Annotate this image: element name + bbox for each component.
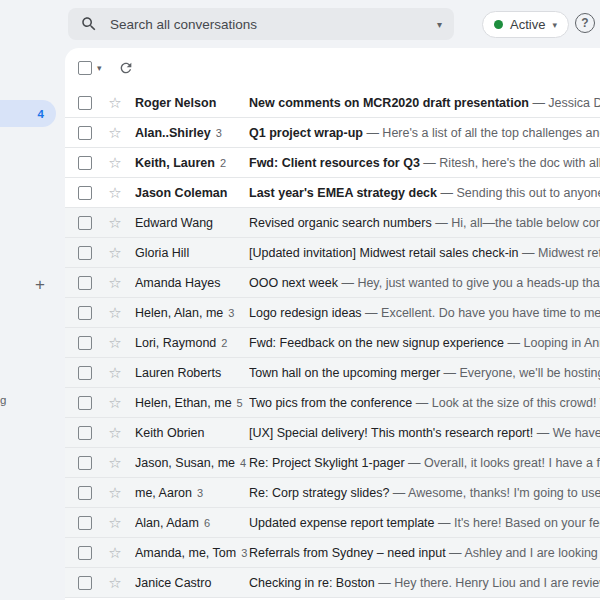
subject-label: Re: Corp strategy slides? xyxy=(249,486,389,500)
email-row[interactable]: ☆ Janice Castro Checking in re: Boston —… xyxy=(65,568,600,598)
subject-snippet-cell: Fwd: Feedback on the new signup experien… xyxy=(249,336,600,350)
row-checkbox[interactable] xyxy=(78,246,92,260)
email-row[interactable]: ☆ Lori, Raymond 2 Fwd: Feedback on the n… xyxy=(65,328,600,358)
sender-label: Janice Castro xyxy=(135,576,211,590)
email-row[interactable]: ☆ Amanda, me, Tom 3 Referrals from Sydne… xyxy=(65,538,600,568)
email-row[interactable]: ☆ Jason Coleman Last year's EMEA strateg… xyxy=(65,178,600,208)
plus-icon: + xyxy=(35,275,45,295)
subject-label: Re: Project Skylight 1-pager xyxy=(249,456,405,470)
star-icon[interactable]: ☆ xyxy=(106,305,124,320)
star-icon[interactable]: ☆ xyxy=(106,275,124,290)
email-row[interactable]: ☆ Edward Wang Revised organic search num… xyxy=(65,208,600,238)
row-checkbox[interactable] xyxy=(78,306,92,320)
sender-cell: Edward Wang xyxy=(135,216,249,230)
search-bar[interactable]: Search all conversations ▾ xyxy=(68,8,454,40)
snippet-label: — Looping in Annika. The f xyxy=(504,336,600,350)
subject-snippet-cell: Updated expense report template — It's h… xyxy=(249,516,600,530)
star-icon[interactable]: ☆ xyxy=(106,155,124,170)
row-checkbox[interactable] xyxy=(78,486,92,500)
search-input[interactable]: Search all conversations xyxy=(110,17,257,32)
email-row[interactable]: ☆ Roger Nelson New comments on MCR2020 d… xyxy=(65,88,600,118)
sidebar-item-inbox[interactable]: 4 xyxy=(0,100,56,127)
email-row[interactable]: ☆ Alan, Adam 6 Updated expense report te… xyxy=(65,508,600,538)
star-icon[interactable]: ☆ xyxy=(106,335,124,350)
status-chip[interactable]: Active ▾ xyxy=(482,11,569,38)
star-icon[interactable]: ☆ xyxy=(106,425,124,440)
row-checkbox[interactable] xyxy=(78,126,92,140)
inbox-unread-count: 4 xyxy=(38,108,44,120)
email-row[interactable]: ☆ Gloria Hill [Updated invitation] Midwe… xyxy=(65,238,600,268)
star-icon[interactable]: ☆ xyxy=(106,95,124,110)
subject-snippet-cell: Two pics from the conference — Look at t… xyxy=(249,396,600,410)
row-checkbox[interactable] xyxy=(78,456,92,470)
row-checkbox[interactable] xyxy=(78,426,92,440)
sender-label: Alan..Shirley xyxy=(135,126,211,140)
snippet-label: — It's here! Based on your feedback, w xyxy=(435,516,600,530)
email-row[interactable]: ☆ Amanda Hayes OOO next week — Hey, just… xyxy=(65,268,600,298)
sender-label: Lori, Raymond xyxy=(135,336,216,350)
star-icon[interactable]: ☆ xyxy=(106,395,124,410)
subject-snippet-cell: Logo redesign ideas — Excellent. Do have… xyxy=(249,306,600,320)
select-all-checkbox[interactable] xyxy=(78,61,92,75)
row-checkbox[interactable] xyxy=(78,216,92,230)
email-row[interactable]: ☆ Lauren Roberts Town hall on the upcomi… xyxy=(65,358,600,388)
subject-label: [UX] Special delivery! This month's rese… xyxy=(249,426,533,440)
star-icon[interactable]: ☆ xyxy=(106,185,124,200)
row-checkbox[interactable] xyxy=(78,516,92,530)
star-icon[interactable]: ☆ xyxy=(106,575,124,590)
sender-cell: Alan..Shirley 3 xyxy=(135,126,249,140)
sender-cell: Roger Nelson xyxy=(135,96,249,110)
sender-cell: Helen, Ethan, me 5 xyxy=(135,396,249,410)
row-checkbox[interactable] xyxy=(78,546,92,560)
row-checkbox[interactable] xyxy=(78,276,92,290)
subject-label: New comments on MCR2020 draft presentati… xyxy=(249,96,529,110)
sender-cell: Lori, Raymond 2 xyxy=(135,336,249,350)
star-icon[interactable]: ☆ xyxy=(106,485,124,500)
subject-label: Fwd: Feedback on the new signup experien… xyxy=(249,336,504,350)
thread-count: 2 xyxy=(221,337,227,349)
star-icon[interactable]: ☆ xyxy=(106,455,124,470)
help-button[interactable]: ? xyxy=(575,13,595,33)
snippet-label: — Hey, just wanted to give you a heads-u… xyxy=(338,276,600,290)
add-label-button[interactable]: + xyxy=(31,276,49,294)
snippet-label: — Hi, all—the table below contains the r xyxy=(432,216,600,230)
subject-snippet-cell: Town hall on the upcoming merger — Every… xyxy=(249,366,600,380)
star-icon[interactable]: ☆ xyxy=(106,515,124,530)
sender-label: Amanda Hayes xyxy=(135,276,220,290)
row-checkbox[interactable] xyxy=(78,396,92,410)
row-checkbox[interactable] xyxy=(78,366,92,380)
snippet-label: — Sending this out to anyone who misse xyxy=(437,186,600,200)
subject-snippet-cell: Revised organic search numbers — Hi, all… xyxy=(249,216,600,230)
email-row[interactable]: ☆ Jason, Susan, me 4 Re: Project Skyligh… xyxy=(65,448,600,478)
email-row[interactable]: ☆ Helen, Alan, me 3 Logo redesign ideas … xyxy=(65,298,600,328)
subject-label: Referrals from Sydney – need input xyxy=(249,546,446,560)
star-icon[interactable]: ☆ xyxy=(106,245,124,260)
refresh-button[interactable] xyxy=(118,60,134,76)
snippet-label: — Overall, it looks great! I have a few … xyxy=(405,456,600,470)
search-options-caret-icon[interactable]: ▾ xyxy=(437,19,442,30)
email-row[interactable]: ☆ Keith, Lauren 2 Fwd: Client resources … xyxy=(65,148,600,178)
email-row[interactable]: ☆ Keith Obrien [UX] Special delivery! Th… xyxy=(65,418,600,448)
row-checkbox[interactable] xyxy=(78,156,92,170)
list-toolbar: ▾ xyxy=(65,48,600,88)
email-row[interactable]: ☆ Alan..Shirley 3 Q1 project wrap-up — H… xyxy=(65,118,600,148)
sender-label: Amanda, me, Tom xyxy=(135,546,236,560)
row-checkbox[interactable] xyxy=(78,186,92,200)
snippet-label: — Ashley and I are looking into the S xyxy=(446,546,600,560)
row-checkbox[interactable] xyxy=(78,96,92,110)
email-row[interactable]: ☆ me, Aaron 3 Re: Corp strategy slides? … xyxy=(65,478,600,508)
row-checkbox[interactable] xyxy=(78,576,92,590)
star-icon[interactable]: ☆ xyxy=(106,125,124,140)
subject-snippet-cell: Re: Corp strategy slides? — Awesome, tha… xyxy=(249,486,600,500)
sender-cell: Helen, Alan, me 3 xyxy=(135,306,249,320)
subject-snippet-cell: Last year's EMEA strategy deck — Sending… xyxy=(249,186,600,200)
star-icon[interactable]: ☆ xyxy=(106,365,124,380)
select-options-caret-icon[interactable]: ▾ xyxy=(97,63,102,73)
star-icon[interactable]: ☆ xyxy=(106,545,124,560)
subject-snippet-cell: Re: Project Skylight 1-pager — Overall, … xyxy=(249,456,600,470)
thread-count: 3 xyxy=(197,487,203,499)
subject-label: Two pics from the conference xyxy=(249,396,412,410)
row-checkbox[interactable] xyxy=(78,336,92,350)
star-icon[interactable]: ☆ xyxy=(106,215,124,230)
email-row[interactable]: ☆ Helen, Ethan, me 5 Two pics from the c… xyxy=(65,388,600,418)
